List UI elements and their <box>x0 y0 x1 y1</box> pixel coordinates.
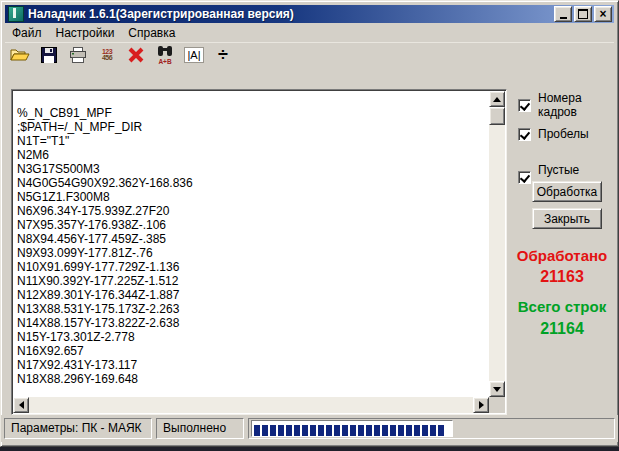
code-line: N12X89.301Y-176.344Z-1.887 <box>17 288 489 302</box>
arrow-down-icon <box>493 387 501 392</box>
progress-segment <box>350 425 356 436</box>
arrow-left-icon <box>19 401 24 409</box>
code-line: N3G17S500M3 <box>17 162 489 176</box>
scroll-right-button[interactable] <box>473 397 489 413</box>
window-title: Наладчик 1.6.1(Зарегистрированная версия… <box>28 7 554 21</box>
total-value: 21164 <box>506 320 618 338</box>
desktop-edge <box>0 447 619 451</box>
vertical-scrollbar[interactable] <box>489 91 505 397</box>
red-x-delete-icon <box>127 47 145 63</box>
progress-segment <box>382 425 388 436</box>
delete-button[interactable] <box>123 44 149 66</box>
line-numbers-bottom: 456 <box>102 55 112 61</box>
code-line: N5G1Z1.F300M8 <box>17 190 489 204</box>
progress-segment <box>262 425 268 436</box>
close-action-button[interactable]: Закрыть <box>532 208 602 229</box>
progress-segment <box>430 425 436 436</box>
letter-a-bars-icon: |A| <box>184 47 203 63</box>
line-numbers-icon: 123 456 <box>102 49 112 61</box>
close-button[interactable]: × <box>594 6 612 22</box>
menu-settings[interactable]: Настройки <box>49 24 122 42</box>
progress-segment <box>358 425 364 436</box>
code-line: N18X88.296Y-169.648 <box>17 372 489 386</box>
empty-lines-checkbox[interactable] <box>518 171 531 184</box>
menu-file[interactable]: Файл <box>5 24 49 42</box>
code-line: N10X91.699Y-177.729Z-1.136 <box>17 260 489 274</box>
progress-segment <box>390 425 396 436</box>
code-line: %_N_CB91_MPF <box>17 106 489 120</box>
progress-segment <box>302 425 308 436</box>
scroll-up-button[interactable] <box>489 91 505 107</box>
code-line <box>17 92 489 106</box>
menu-help[interactable]: Справка <box>121 24 182 42</box>
progress-segment <box>294 425 300 436</box>
code-line: ;$PATH=/_N_MPF_DIR <box>17 120 489 134</box>
code-line: N8X94.456Y-177.459Z-.385 <box>17 232 489 246</box>
progress-segment <box>414 425 420 436</box>
process-button[interactable]: Обработка <box>532 181 602 202</box>
minimize-icon <box>560 17 567 19</box>
spaces-checkbox[interactable] <box>518 128 531 141</box>
progress-segment <box>254 425 260 436</box>
progress-segment <box>326 425 332 436</box>
progress-segment <box>422 425 428 436</box>
spaces-label[interactable]: Пробелы <box>538 127 589 141</box>
menu-bar: Файл Настройки Справка <box>5 24 614 42</box>
title-bar[interactable]: Наладчик 1.6.1(Зарегистрированная версия… <box>5 5 614 23</box>
maximize-button[interactable] <box>574 6 592 22</box>
code-line: N16X92.657 <box>17 344 489 358</box>
processed-label: Обработано <box>506 247 618 264</box>
code-line: N15Y-173.301Z-2.778 <box>17 330 489 344</box>
replace-glyph: A+B <box>158 58 171 65</box>
scrollbar-corner <box>489 397 505 413</box>
scroll-left-button[interactable] <box>13 397 29 413</box>
option-spaces: Пробелы <box>518 127 589 141</box>
progress-segment <box>438 425 444 436</box>
close-icon: × <box>599 9 606 19</box>
status-params: Параметры: ПК - МАЯК <box>4 418 152 439</box>
print-button[interactable] <box>65 44 91 66</box>
maximize-icon <box>578 9 588 19</box>
save-file-button[interactable] <box>36 44 62 66</box>
code-line: N14X88.157Y-173.822Z-2.638 <box>17 316 489 330</box>
vertical-scroll-thumb[interactable] <box>489 107 505 125</box>
horizontal-scrollbar[interactable] <box>13 397 489 413</box>
open-folder-icon <box>10 47 30 63</box>
progress-segment <box>374 425 380 436</box>
code-line: N9X93.099Y-177.81Z-.76 <box>17 246 489 260</box>
progress-segment <box>406 425 412 436</box>
divide-button[interactable]: ÷ <box>210 44 236 66</box>
code-line: N4G0G54G90X92.362Y-168.836 <box>17 176 489 190</box>
renumber-lines-button[interactable]: 123 456 <box>94 44 120 66</box>
progress-bar <box>251 420 453 437</box>
find-replace-button[interactable]: A+B <box>152 44 178 66</box>
status-bar: Параметры: ПК - МАЯК Выполнено 100 % <box>1 415 618 442</box>
binoculars-replace-icon: A+B <box>155 44 175 65</box>
code-line: N17X92.431Y-173.117 <box>17 358 489 372</box>
processed-value: 21163 <box>506 268 618 286</box>
scroll-down-button[interactable] <box>489 381 505 397</box>
code-line: N2M6 <box>17 148 489 162</box>
progress-segment <box>278 425 284 436</box>
code-line: N13X88.531Y-175.173Z-2.263 <box>17 302 489 316</box>
status-progress-text: Выполнено 100 % <box>156 418 244 439</box>
progress-segment <box>286 425 292 436</box>
progress-segment <box>366 425 372 436</box>
code-line: N7X95.357Y-176.938Z-.106 <box>17 218 489 232</box>
toolbar: 123 456 A+B |A| ÷ <box>5 42 614 66</box>
code-line: N11X90.392Y-177.225Z-1.512 <box>17 274 489 288</box>
option-frame-numbers: Номера кадров <box>518 91 618 119</box>
format-text-button[interactable]: |A| <box>181 44 207 66</box>
open-file-button[interactable] <box>7 44 33 66</box>
code-line: N6X96.34Y-175.939Z.27F20 <box>17 204 489 218</box>
arrow-right-icon <box>479 401 484 409</box>
app-icon[interactable] <box>8 6 24 22</box>
progress-segment <box>398 425 404 436</box>
window-controls: × <box>554 6 612 22</box>
app-window: Наладчик 1.6.1(Зарегистрированная версия… <box>0 0 619 447</box>
frame-numbers-checkbox[interactable] <box>518 99 531 112</box>
minimize-button[interactable] <box>554 6 572 22</box>
code-editor-text[interactable]: %_N_CB91_MPF;$PATH=/_N_MPF_DIRN1T="T1"N2… <box>14 92 489 397</box>
frame-numbers-label[interactable]: Номера кадров <box>538 91 618 119</box>
divide-icon: ÷ <box>218 46 228 64</box>
